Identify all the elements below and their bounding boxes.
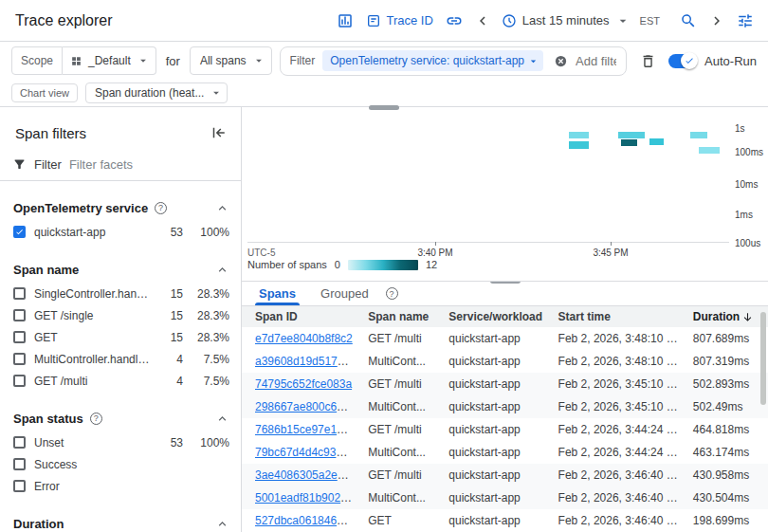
span-id-cell[interactable]: 298667ae800c6a76 [242, 395, 360, 418]
facet-section-title: Span name [13, 263, 79, 277]
legend-min: 0 [335, 259, 340, 270]
add-filter-input[interactable] [576, 54, 616, 68]
table-row[interactable]: 79bc67d4d4c93b02MultiCont...quickstart-a… [242, 441, 768, 464]
heatmap-cell[interactable] [618, 132, 645, 138]
facet-checkbox[interactable] [13, 375, 26, 387]
facet-checkbox[interactable] [13, 353, 26, 365]
span-id-cell[interactable]: a39608d19d51723e [242, 350, 360, 373]
heatmap-cell[interactable] [569, 132, 589, 138]
panel-resize-handle-middle[interactable] [490, 281, 521, 284]
facet-checkbox[interactable] [13, 480, 26, 492]
heatmap-cell[interactable] [690, 132, 707, 138]
time-back-button[interactable] [469, 8, 496, 34]
heatmap-cell[interactable] [699, 147, 720, 154]
table-row[interactable]: 527dbca061846e80GETquickstart-appFeb 2, … [242, 509, 768, 532]
facet-count: 53 [160, 226, 183, 239]
time-forward-button[interactable] [704, 8, 730, 34]
span-id-cell[interactable]: 74795c652fce083a [242, 373, 360, 395]
facet-item[interactable]: SingleController.handleSing...1528.3% [0, 283, 241, 304]
table-row[interactable]: 3ae4086305a2ea3eGET /multiquickstart-app… [242, 464, 768, 486]
tab-spans[interactable]: Spans [247, 282, 307, 305]
facet-section-header[interactable]: OpenTelemetry service [0, 196, 241, 219]
span-id-link[interactable]: 74795c652fce083a [255, 377, 352, 391]
filter-bar[interactable]: Filter OpenTelemetry service: quickstart… [280, 46, 627, 76]
col-header-span-id[interactable]: Span ID [242, 306, 360, 327]
span-id-link[interactable]: 527dbca061846e80 [255, 514, 356, 527]
col-header-span-name[interactable]: Span name [360, 306, 441, 327]
facet-filter-input[interactable] [69, 157, 183, 172]
help-icon[interactable] [386, 287, 398, 300]
facet-label: Success [34, 458, 152, 471]
filter-chip[interactable]: OpenTelemetry service: quickstart-app [322, 50, 543, 71]
auto-run-toggle[interactable] [668, 54, 697, 68]
span-scope-select[interactable]: All spans [190, 46, 272, 75]
span-id-cell[interactable]: e7d7ee8040b8f8c2 [242, 327, 360, 350]
span-id-link[interactable]: 79bc67d4d4c93b02 [255, 446, 355, 459]
facet-filter-label: Filter [34, 157, 62, 172]
analytics-chart-button[interactable] [332, 8, 358, 34]
facet-checkbox[interactable] [13, 287, 26, 300]
table-row[interactable]: 5001eadf81b902e0MultiCont...quickstart-a… [242, 486, 768, 509]
span-id-cell[interactable]: 7686b15ce97e1d6c [242, 418, 360, 441]
facet-item[interactable]: GET /single1528.3% [0, 304, 241, 326]
auto-run-label: Auto-Run [704, 54, 757, 68]
span-id-cell[interactable]: 527dbca061846e80 [242, 509, 360, 532]
span-id-link[interactable]: 3ae4086305a2ea3e [255, 468, 357, 482]
facet-checkbox[interactable] [13, 436, 26, 449]
tab-grouped[interactable]: Grouped [309, 282, 380, 305]
chart-type-select[interactable]: Span duration (heat... [85, 83, 228, 103]
chevron-up-icon[interactable] [215, 201, 229, 215]
trace-id-button[interactable]: Trace ID [360, 8, 438, 34]
heatmap-cell[interactable] [621, 139, 637, 146]
heatmap-cell[interactable] [569, 141, 589, 149]
span-id-cell[interactable]: 79bc67d4d4c93b02 [242, 441, 360, 464]
remove-filter-button[interactable] [553, 53, 568, 68]
help-icon[interactable] [90, 413, 102, 425]
span-id-link[interactable]: e7d7ee8040b8f8c2 [255, 332, 353, 345]
table-row[interactable]: a39608d19d51723eMultiCont...quickstart-a… [242, 350, 768, 373]
facet-item[interactable]: GET /multi47.5% [0, 370, 241, 392]
span-id-link[interactable]: 7686b15ce97e1d6c [255, 423, 355, 436]
scope-select[interactable]: _Default [63, 46, 156, 75]
table-row[interactable]: 298667ae800c6a76MultiCont...quickstart-a… [242, 395, 768, 418]
chevron-up-icon[interactable] [215, 517, 229, 531]
time-range-dropdown[interactable]: Last 15 minutes [498, 8, 634, 34]
chevron-up-icon[interactable] [215, 412, 229, 426]
span-id-cell[interactable]: 3ae4086305a2ea3e [242, 464, 360, 486]
heatmap-cell[interactable] [649, 138, 664, 145]
copy-link-button[interactable] [441, 8, 467, 34]
facet-checkbox[interactable] [13, 309, 26, 321]
collapse-sidebar-button[interactable] [205, 119, 231, 146]
col-header-duration[interactable]: Duration [686, 306, 768, 327]
facet-item[interactable]: Error [0, 475, 241, 497]
facet-checkbox[interactable] [13, 331, 26, 343]
help-icon[interactable] [155, 202, 167, 214]
table-scrollbar[interactable] [760, 312, 766, 405]
settings-button[interactable] [732, 8, 759, 34]
table-row[interactable]: 74795c652fce083aGET /multiquickstart-app… [242, 373, 768, 395]
facet-checkbox[interactable] [13, 226, 26, 238]
facet-section-header[interactable]: Span status [0, 407, 241, 430]
chevron-up-icon[interactable] [215, 263, 229, 277]
panel-resize-handle-top[interactable] [369, 105, 399, 110]
span-id-link[interactable]: 298667ae800c6a76 [255, 400, 356, 413]
facet-item[interactable]: Success [0, 453, 241, 475]
facet-item[interactable]: Unset53100% [0, 431, 241, 453]
facet-section-header[interactable]: Span name [0, 258, 241, 281]
span-id-link[interactable]: 5001eadf81b902e0 [255, 491, 353, 504]
facet-item[interactable]: GET1528.3% [0, 326, 241, 348]
col-header-service[interactable]: Service/workload [441, 306, 550, 327]
search-button[interactable] [675, 8, 702, 34]
table-row[interactable]: 7686b15ce97e1d6cGET /multiquickstart-app… [242, 418, 768, 441]
facet-item[interactable]: quickstart-app53100% [0, 221, 241, 243]
table-row[interactable]: e7d7ee8040b8f8c2GET /multiquickstart-app… [242, 327, 768, 350]
facet-checkbox[interactable] [13, 458, 26, 470]
span-id-cell[interactable]: 5001eadf81b902e0 [242, 486, 360, 509]
facet-section-header[interactable]: Duration [0, 512, 241, 532]
span-id-link[interactable]: a39608d19d51723e [255, 355, 357, 368]
col-header-start-time[interactable]: Start time [551, 306, 686, 327]
facet-item[interactable]: MultiController.handleMulti47.5% [0, 348, 241, 370]
facet-label: Error [34, 480, 152, 493]
span-name-cell: GET /multi [360, 327, 441, 350]
delete-filters-button[interactable] [634, 47, 661, 74]
